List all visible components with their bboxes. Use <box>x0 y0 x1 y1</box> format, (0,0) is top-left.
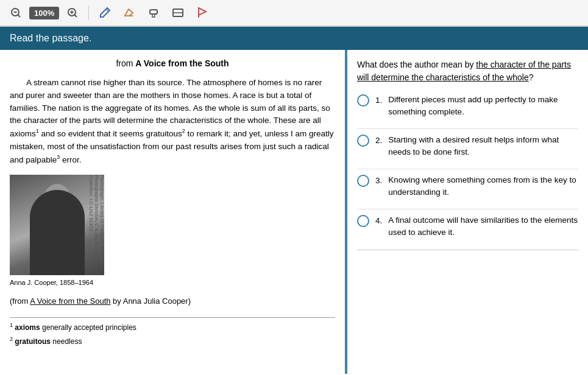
answer-option-4: 4.A final outcome will have similarities… <box>357 214 578 238</box>
source-by: by Anna Julia Cooper) <box>110 296 191 306</box>
svg-line-6 <box>75 15 77 18</box>
footnote-2-def: needless <box>51 337 82 346</box>
source-title: A Voice from the South <box>135 58 228 68</box>
option-num-4: 4. <box>375 215 382 227</box>
footnote-1-term: axioms <box>15 323 40 332</box>
image-caption: Anna J. Cooper, 1858–1964 <box>10 278 104 288</box>
passage-image-container: Photograph: Library of Congress Prints &… <box>10 175 104 288</box>
answer-option-1: 1.Different pieces must add up perfectly… <box>357 94 578 117</box>
svg-line-2 <box>18 15 21 18</box>
radio-3[interactable] <box>357 175 369 187</box>
passage-text-part4: error. <box>60 155 81 164</box>
question-prompt: What does the author mean by the charact… <box>357 58 578 84</box>
separator-1 <box>88 5 89 20</box>
source-prefix: from <box>116 58 135 68</box>
eraser-icon <box>123 7 135 19</box>
pen-icon <box>99 7 111 19</box>
svg-marker-13 <box>199 8 206 15</box>
option-divider-2 <box>357 169 578 169</box>
option-divider-3 <box>357 209 578 209</box>
footnotes-section: 1 axioms generally accepted principles 2… <box>10 317 335 347</box>
zoom-in-button[interactable] <box>62 3 83 23</box>
footnote-1-def: generally accepted principles <box>40 323 136 332</box>
question-panel: What does the author mean by the charact… <box>347 50 588 374</box>
passage-portrait: Photograph: Library of Congress Prints &… <box>10 175 104 275</box>
option-num-2: 2. <box>375 135 382 147</box>
zoom-out-button[interactable] <box>5 3 27 23</box>
question-prompt-pre: What does the author mean by <box>357 60 476 69</box>
svg-rect-9 <box>150 10 157 14</box>
highlighter-icon <box>147 7 160 19</box>
footnote-2-term: gratuitous <box>15 337 51 346</box>
pen-button[interactable] <box>94 3 116 23</box>
read-banner: Read the passage. <box>0 27 588 50</box>
answer-option-2: 2.Starting with a desired result helps i… <box>357 134 578 158</box>
passage-text-part2: and so evident that it seems gratuitous <box>39 129 182 138</box>
portrait-body <box>30 190 85 275</box>
line-button[interactable] <box>167 3 189 23</box>
answer-option-3: 3.Knowing where something comes from is … <box>357 174 578 198</box>
question-prompt-post: ? <box>529 72 534 82</box>
toolbar: 100% <box>0 0 588 27</box>
option-num-3: 3. <box>375 175 382 187</box>
radio-4[interactable] <box>357 215 369 227</box>
zoom-level: 100% <box>29 7 59 19</box>
radio-2[interactable] <box>357 135 369 147</box>
zoom-out-icon <box>10 7 21 18</box>
passage-source: (from A Voice from the South by Anna Jul… <box>10 295 335 307</box>
passage-body: A stream cannot rise higher than its sou… <box>10 77 335 166</box>
zoom-in-icon <box>67 7 78 18</box>
footnote-1: 1 axioms generally accepted principles <box>10 321 335 334</box>
flag-icon <box>196 7 208 19</box>
passage-panel: from A Voice from the South A stream can… <box>0 50 347 374</box>
option-divider-1 <box>357 128 578 129</box>
radio-1[interactable] <box>357 94 369 107</box>
option-text-4: A final outcome will have similarities t… <box>388 214 578 238</box>
passage-title: from A Voice from the South <box>10 57 335 71</box>
option-text-2: Starting with a desired result helps inf… <box>388 134 578 158</box>
source-link[interactable]: A Voice from the South <box>30 296 110 306</box>
footnote-2: 2 gratuitous needless <box>10 335 335 348</box>
svg-rect-10 <box>152 14 155 17</box>
line-icon <box>172 7 184 19</box>
answer-divider <box>357 250 578 250</box>
highlighter-button[interactable] <box>143 3 165 23</box>
option-num-1: 1. <box>375 94 382 107</box>
read-banner-text: Read the passage. <box>10 33 91 43</box>
source-from: (from <box>10 296 30 306</box>
eraser-button[interactable] <box>118 3 140 23</box>
option-text-1: Different pieces must add up perfectly t… <box>388 94 578 117</box>
main-area: from A Voice from the South A stream can… <box>0 50 588 374</box>
answer-options: 1.Different pieces must add up perfectly… <box>357 94 578 239</box>
flag-button[interactable] <box>191 3 213 23</box>
option-text-3: Knowing where something comes from is th… <box>388 174 578 198</box>
image-credit: Photograph: Library of Congress Prints &… <box>88 175 104 275</box>
